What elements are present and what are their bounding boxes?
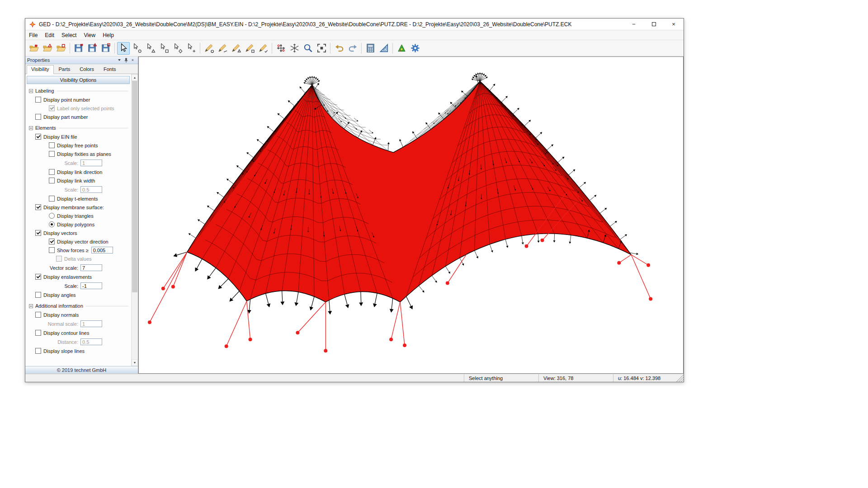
select-elements-button[interactable] <box>185 42 198 55</box>
open-ein-button[interactable] <box>28 42 40 55</box>
checkbox-display-ein-file[interactable] <box>35 134 41 140</box>
checkbox-delta-values[interactable] <box>56 256 62 262</box>
draw-links-button[interactable] <box>216 42 229 55</box>
menu-help[interactable]: Help <box>99 31 118 39</box>
calculator-button[interactable] <box>364 42 377 55</box>
save-dre-button[interactable] <box>86 42 99 55</box>
tab-visibility[interactable]: Visibility <box>27 65 54 74</box>
checkbox-display-link-width[interactable] <box>49 178 55 183</box>
tab-colors[interactable]: Colors <box>75 65 99 74</box>
checkbox-show-forces[interactable] <box>49 247 55 253</box>
checkbox-display-free-points[interactable] <box>49 142 55 148</box>
close-button[interactable]: × <box>664 19 684 30</box>
viewport-canvas[interactable] <box>138 56 684 374</box>
move-points-button[interactable] <box>274 42 287 55</box>
scrollbar-thumb[interactable] <box>132 81 137 292</box>
link-width-scale-input[interactable] <box>80 186 102 193</box>
draw-points-button[interactable] <box>203 42 215 55</box>
contour-distance-input[interactable] <box>80 338 102 345</box>
checkbox-display-contour-lines[interactable] <box>35 330 41 336</box>
collapse-icon[interactable] <box>29 304 33 308</box>
open-dre-button[interactable] <box>41 42 54 55</box>
fixities-scale-input[interactable] <box>80 160 102 166</box>
menu-view[interactable]: View <box>80 31 99 39</box>
redo-button[interactable] <box>346 42 359 55</box>
undo-button[interactable] <box>333 42 345 55</box>
normal-scale-input[interactable] <box>80 320 102 327</box>
row-label-only-selected: Label only selected points <box>25 104 131 113</box>
panel-scrollbar[interactable]: ▲ ▼ <box>131 74 138 366</box>
row-display-point-number: Display point number <box>25 95 131 104</box>
checkbox-display-membrane[interactable] <box>35 204 41 210</box>
properties-panel-titlebar[interactable]: Properties × <box>25 56 138 64</box>
save-ein-button[interactable] <box>72 42 85 55</box>
cursor-diamond-icon <box>173 43 183 53</box>
collapse-icon[interactable] <box>29 126 33 130</box>
show-forces-input[interactable] <box>91 247 113 253</box>
group-rule <box>57 91 128 91</box>
row-display-part-number: Display part number <box>25 113 131 121</box>
select-points-button[interactable] <box>131 42 143 55</box>
label: Display vectors <box>43 230 77 236</box>
open-eck-button[interactable] <box>55 42 67 55</box>
menu-select[interactable]: Select <box>58 31 80 39</box>
draw-triangles-button[interactable] <box>230 42 242 55</box>
zoom-button[interactable] <box>302 42 314 55</box>
checkbox-display-enslavements[interactable] <box>35 274 41 280</box>
render-triangle-icon <box>396 43 407 53</box>
checkbox-label-only-selected[interactable] <box>49 105 55 111</box>
checkbox-display-angles[interactable] <box>35 292 41 298</box>
maximize-button[interactable] <box>644 19 664 30</box>
select-diamonds-button[interactable] <box>171 42 184 55</box>
checkbox-display-point-number[interactable] <box>35 97 41 103</box>
chevron-down-icon <box>118 59 121 61</box>
checkbox-display-vector-direction[interactable] <box>49 239 55 244</box>
menu-file[interactable]: File <box>25 31 41 39</box>
menu-edit[interactable]: Edit <box>41 31 58 39</box>
tab-fonts[interactable]: Fonts <box>99 65 121 74</box>
checkbox-display-link-direction[interactable] <box>49 169 55 175</box>
checkbox-display-fixities[interactable] <box>49 151 55 157</box>
minimize-button[interactable]: − <box>624 19 644 30</box>
enslavements-scale-input[interactable] <box>80 282 102 289</box>
draw-elements-button[interactable] <box>257 42 269 55</box>
status-view: View: 316, 78 <box>538 374 613 382</box>
panel-menu-button[interactable] <box>116 57 123 63</box>
checkbox-display-vectors[interactable] <box>35 230 41 236</box>
open-folder-triangle-icon <box>42 43 53 53</box>
checkbox-display-t-elements[interactable] <box>49 196 55 202</box>
row-display-vector-direction: Display vector direction <box>25 237 131 246</box>
radio-display-triangles[interactable] <box>49 213 55 219</box>
panel-close-button[interactable]: × <box>129 57 136 63</box>
scrollbar-track[interactable] <box>132 81 138 359</box>
row-display-polygons: Display polygons <box>25 220 131 229</box>
select-squares-button[interactable] <box>158 42 170 55</box>
scroll-down-icon[interactable]: ▼ <box>132 359 138 366</box>
radio-display-polygons[interactable] <box>49 221 55 227</box>
select-cursor-button[interactable] <box>117 42 130 55</box>
vector-scale-input[interactable] <box>80 264 102 271</box>
draw-squares-button[interactable] <box>243 42 256 55</box>
label: Display free points <box>57 143 98 148</box>
scroll-up-icon[interactable]: ▲ <box>132 74 138 81</box>
label-vector-scale: Vector scale: <box>25 265 80 271</box>
set-square-button[interactable] <box>377 42 390 55</box>
snap-star-button[interactable] <box>288 42 301 55</box>
panel-pin-button[interactable] <box>123 57 129 63</box>
settings-button[interactable] <box>409 42 421 55</box>
save-eck-button[interactable] <box>99 42 112 55</box>
main-area: Properties × Visibility Parts Colors Fon… <box>25 56 684 374</box>
checkbox-display-slope-lines[interactable] <box>35 348 41 354</box>
select-triangles-button[interactable] <box>144 42 157 55</box>
zoom-extents-button[interactable] <box>315 42 328 55</box>
tab-parts[interactable]: Parts <box>54 65 75 74</box>
resize-grip[interactable] <box>676 374 684 382</box>
render-button[interactable] <box>395 42 408 55</box>
label-scale: Scale: <box>25 160 80 166</box>
cursor-circle-icon <box>132 43 142 53</box>
collapse-icon[interactable] <box>29 89 33 93</box>
checkbox-display-part-number[interactable] <box>35 114 41 120</box>
title-bar[interactable]: GED - D:\2_Projekte\Easy\2020\03_26_Webs… <box>25 19 684 30</box>
checkbox-display-normals[interactable] <box>35 312 41 318</box>
label: Display slope lines <box>43 348 85 354</box>
